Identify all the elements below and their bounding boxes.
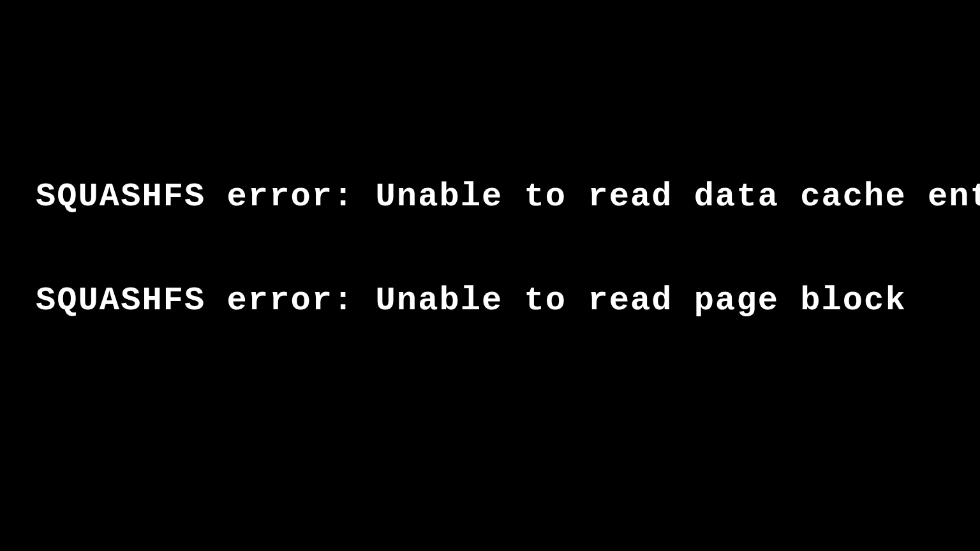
console-line: SQUASHFS error: Unable to read page bloc…: [36, 283, 980, 319]
console-output: SQUASHFS error: Unable to read data cach…: [0, 0, 980, 319]
console-line: SQUASHFS error: Unable to read data cach…: [36, 179, 980, 215]
